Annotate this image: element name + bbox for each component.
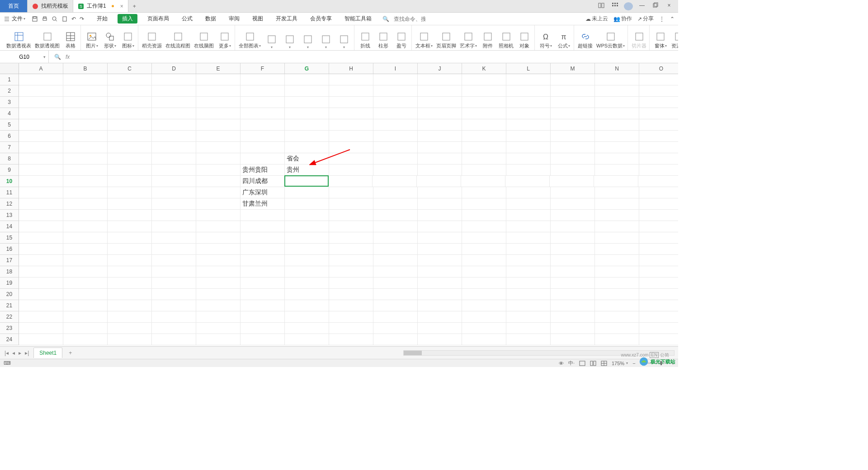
cell-G20[interactable] (285, 289, 329, 300)
cell-E13[interactable] (196, 210, 241, 221)
view-break-icon[interactable] (601, 361, 607, 366)
cell-C15[interactable] (108, 232, 152, 244)
maximize-button[interactable] (651, 2, 660, 10)
cell-A20[interactable] (19, 289, 63, 300)
cell-I11[interactable] (373, 187, 418, 198)
cell-J7[interactable] (418, 142, 462, 153)
zoom-out-button[interactable]: − (632, 361, 635, 366)
row-header-19[interactable]: 19 (0, 277, 19, 289)
ribbon-all-charts[interactable]: 全部图表▾ (239, 31, 261, 50)
tab-workbook[interactable]: S 工作簿1 × (73, 0, 128, 12)
cell-H2[interactable] (329, 85, 373, 97)
cell-I12[interactable] (373, 198, 418, 210)
cell-K9[interactable] (462, 164, 506, 176)
hamburger-icon[interactable] (4, 16, 10, 22)
cell-O21[interactable] (639, 300, 678, 311)
cell-F12[interactable]: 甘肃兰州 (241, 198, 285, 210)
cell-A4[interactable] (19, 108, 63, 119)
cell-O17[interactable] (639, 255, 678, 266)
cell-C6[interactable] (108, 131, 152, 142)
cell-J4[interactable] (418, 108, 462, 119)
cell-D23[interactable] (152, 323, 196, 334)
template-search-input[interactable] (430, 16, 462, 22)
cell-E20[interactable] (196, 289, 241, 300)
cell-N19[interactable] (595, 277, 639, 289)
row-header-6[interactable]: 6 (0, 131, 19, 142)
row-header-15[interactable]: 15 (0, 232, 19, 244)
cell-L21[interactable] (506, 300, 551, 311)
row-header-21[interactable]: 21 (0, 300, 19, 311)
cell-M10[interactable] (550, 176, 594, 187)
ribbon-pivot-table[interactable]: 数据透视表 (6, 31, 31, 50)
cell-F24[interactable] (241, 334, 285, 345)
cell-D15[interactable] (152, 232, 196, 244)
cell-D22[interactable] (152, 311, 196, 323)
cell-C3[interactable] (108, 97, 152, 108)
cell-E15[interactable] (196, 232, 241, 244)
cell-N9[interactable] (595, 164, 639, 176)
input-mode-icon[interactable]: ⌨ (4, 360, 11, 366)
cell-E9[interactable] (196, 164, 241, 176)
ribbon-chart3[interactable]: ▾ (301, 33, 315, 50)
fx-icon[interactable]: fx (66, 54, 70, 60)
cell-O2[interactable] (639, 85, 678, 97)
cell-A7[interactable] (19, 142, 63, 153)
cell-N14[interactable] (595, 221, 639, 232)
spreadsheet-grid[interactable]: ABCDEFGHIJKLMNO 123456789101112131415161… (0, 63, 678, 346)
cell-L15[interactable] (506, 232, 551, 244)
cell-F10[interactable]: 四川成都 (241, 176, 285, 187)
cell-H10[interactable] (328, 176, 373, 187)
cell-M14[interactable] (551, 221, 595, 232)
cell-A19[interactable] (19, 277, 63, 289)
cell-E24[interactable] (196, 334, 241, 345)
cell-A17[interactable] (19, 255, 63, 266)
cell-I14[interactable] (373, 221, 418, 232)
cell-D10[interactable] (152, 176, 196, 187)
ribbon-symbol[interactable]: Ω符号▾ (538, 31, 553, 50)
cell-H22[interactable] (329, 311, 373, 323)
cell-E4[interactable] (196, 108, 241, 119)
col-header-B[interactable]: B (63, 63, 108, 74)
cell-A13[interactable] (19, 210, 63, 221)
cell-E7[interactable] (196, 142, 241, 153)
cell-J2[interactable] (418, 85, 462, 97)
cell-I3[interactable] (373, 97, 418, 108)
cell-F6[interactable] (241, 131, 285, 142)
cell-J16[interactable] (418, 244, 462, 255)
col-header-F[interactable]: F (241, 63, 285, 74)
col-header-L[interactable]: L (506, 63, 551, 74)
cell-J15[interactable] (418, 232, 462, 244)
cell-F8[interactable] (241, 153, 285, 164)
cell-B12[interactable] (63, 198, 108, 210)
cell-I24[interactable] (373, 334, 418, 345)
cell-N1[interactable] (595, 74, 639, 85)
cell-K15[interactable] (462, 232, 506, 244)
cell-G15[interactable] (285, 232, 329, 244)
cell-A21[interactable] (19, 300, 63, 311)
cell-H24[interactable] (329, 334, 373, 345)
cell-J12[interactable] (418, 198, 462, 210)
cell-C14[interactable] (108, 221, 152, 232)
row-header-4[interactable]: 4 (0, 108, 19, 119)
cell-G2[interactable] (285, 85, 329, 97)
cell-C11[interactable] (108, 187, 152, 198)
cell-K6[interactable] (462, 131, 506, 142)
cell-E10[interactable] (196, 176, 241, 187)
save-icon[interactable] (32, 16, 38, 22)
cell-D17[interactable] (152, 255, 196, 266)
ribbon-chart4[interactable]: ▾ (319, 33, 333, 50)
cloud-status[interactable]: ☁ 未上云 (585, 15, 608, 23)
cell-B17[interactable] (63, 255, 108, 266)
chevron-down-icon[interactable]: ▾ (43, 55, 46, 59)
cell-N17[interactable] (595, 255, 639, 266)
cell-D7[interactable] (152, 142, 196, 153)
cell-C1[interactable] (108, 74, 152, 85)
cell-D21[interactable] (152, 300, 196, 311)
menu-tab-3[interactable]: 公式 (179, 14, 195, 24)
ribbon-chart1[interactable]: ▾ (264, 33, 279, 50)
name-box[interactable]: ▾ (0, 51, 49, 63)
cell-K21[interactable] (462, 300, 506, 311)
cell-B16[interactable] (63, 244, 108, 255)
ribbon-online-flow[interactable]: 在线流程图 (165, 31, 190, 50)
cell-L3[interactable] (506, 97, 551, 108)
